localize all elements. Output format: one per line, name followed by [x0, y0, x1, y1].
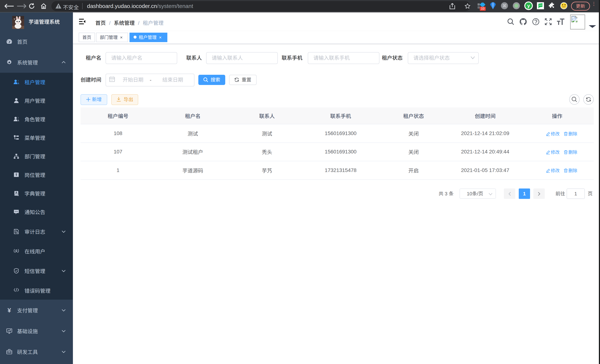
svg-text:y: y: [527, 3, 530, 9]
svg-text:¥: ¥: [8, 307, 11, 313]
svg-text:⌘: ⌘: [502, 3, 506, 8]
